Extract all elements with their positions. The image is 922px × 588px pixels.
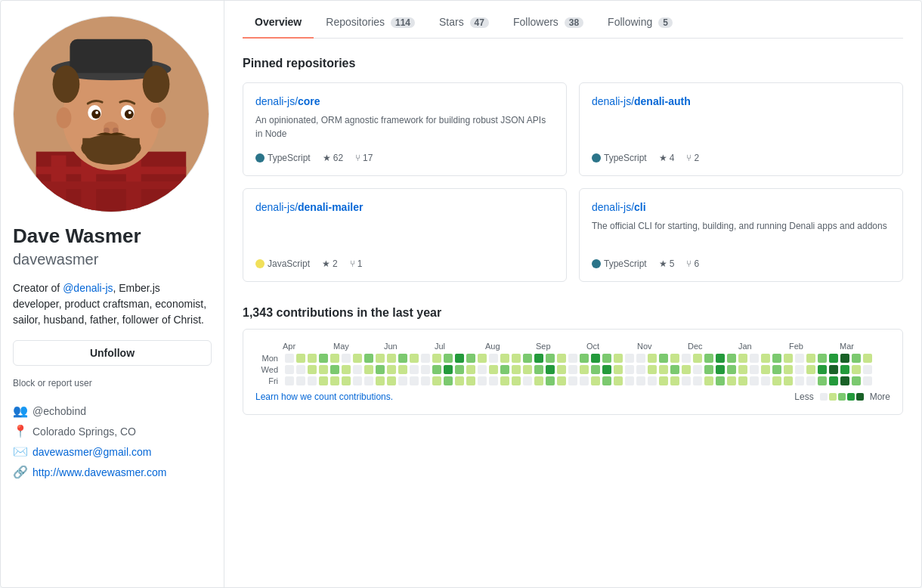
cell [648,365,657,374]
cell [693,354,702,363]
user-meta: 👥 @echobind 📍 Colorado Springs, CO ✉️ da… [13,404,212,479]
repo-link-denali-mailer[interactable]: denali-js/denali-mailer [255,201,554,213]
cell [784,376,793,385]
cell [704,376,713,385]
tab-overview[interactable]: Overview [243,7,314,39]
repo-lang-denali-mailer: JavaScript [255,258,310,269]
cell [840,354,849,363]
day-label-wed: Wed [255,365,283,374]
cell [364,376,373,385]
cell [738,376,747,385]
star-icon4: ★ [659,258,667,269]
month-label-jun: Jun [384,342,435,351]
cell [659,354,668,363]
fork-icon: ⑂ [355,153,360,163]
cell [546,354,555,363]
contrib-row-mon: Mon [255,354,890,363]
legend-cell-4 [856,393,864,401]
people-icon: 👥 [13,404,26,418]
cell [784,365,793,374]
star-icon: ★ [323,153,331,163]
svg-point-20 [128,111,131,114]
cell [353,354,362,363]
cell [636,354,645,363]
lang-dot-typescript3 [592,259,601,268]
repo-card-denali-mailer: denali-js/denali-mailer JavaScript ★ 2 [243,188,567,282]
cell [466,354,475,363]
cell [523,365,532,374]
lang-dot-javascript [255,259,265,268]
cell [410,365,419,374]
cell [466,365,475,374]
cell [330,376,339,385]
cell [704,354,713,363]
cell [546,365,555,374]
month-label-may: May [333,342,384,351]
cell [772,354,781,363]
cell [376,376,385,385]
cell [682,354,691,363]
stars-count: 47 [470,17,489,28]
svg-point-17 [91,110,101,119]
fork-icon2: ⑂ [686,153,692,163]
learn-link[interactable]: Learn how we count contributions. [255,391,393,402]
cell [534,376,543,385]
svg-point-19 [95,111,98,114]
month-label-aug: Aug [485,342,536,351]
repo-card-cli: denali-js/cli The official CLI for start… [579,188,903,282]
cell [444,376,453,385]
cell [761,354,770,363]
cell [512,365,521,374]
cell [568,354,577,363]
meta-website-link[interactable]: http://www.davewasmer.com [32,466,166,478]
cell [421,376,430,385]
repo-lang-denali-auth: TypeScript [592,153,647,163]
repo-link-cli[interactable]: denali-js/cli [592,201,890,213]
contributions-footer: Learn how we count contributions. Less M… [255,391,890,402]
cell [330,354,339,363]
cell [727,354,736,363]
tab-following[interactable]: Following 5 [596,7,685,39]
cell [670,354,679,363]
fork-icon3: ⑂ [350,258,355,269]
contrib-row-fri: Fri [255,376,890,385]
cell [614,354,623,363]
bio-org-link[interactable]: @denali-js [63,282,113,294]
profile-tabs: Overview Repositories 114 Stars 47 Follo… [243,1,903,39]
cell [818,365,827,374]
legend: Less More [794,391,890,402]
tab-repositories[interactable]: Repositories 114 [314,7,427,39]
meta-email-link[interactable]: davewasmer@gmail.com [32,446,151,458]
cell [670,365,679,374]
cell [398,376,407,385]
cell [806,376,815,385]
cell [829,365,838,374]
repo-meta-denali-auth: TypeScript ★ 4 ⑂ 2 [592,153,890,163]
cell [410,354,419,363]
cell [398,365,407,374]
cell [591,354,600,363]
cell [682,365,691,374]
cell [852,376,861,385]
cell [863,354,872,363]
month-labels: AprMayJunJulAugSepOctNovDecJanFebMar [255,342,890,351]
repo-card-core: denali-js/core An opinionated, ORM agnos… [243,82,567,176]
cell [682,376,691,385]
block-report-link[interactable]: Block or report user [13,378,212,388]
unfollow-button[interactable]: Unfollow [13,340,212,366]
contrib-row-wed: Wed [255,365,890,374]
cell [500,365,509,374]
cell [523,354,532,363]
tab-followers[interactable]: Followers 38 [501,7,596,39]
cell [625,376,634,385]
cell [353,365,362,374]
tab-stars[interactable]: Stars 47 [427,7,501,39]
repo-link-denali-auth[interactable]: denali-js/denali-auth [592,95,890,107]
cells-wed [285,365,890,374]
cell [455,365,464,374]
user-bio: Creator of @denali-js, Ember.js develope… [13,280,212,328]
cell [308,354,317,363]
repo-link-core[interactable]: denali-js/core [255,95,554,107]
svg-point-18 [125,110,134,119]
repo-meta-denali-mailer: JavaScript ★ 2 ⑂ 1 [255,258,554,269]
